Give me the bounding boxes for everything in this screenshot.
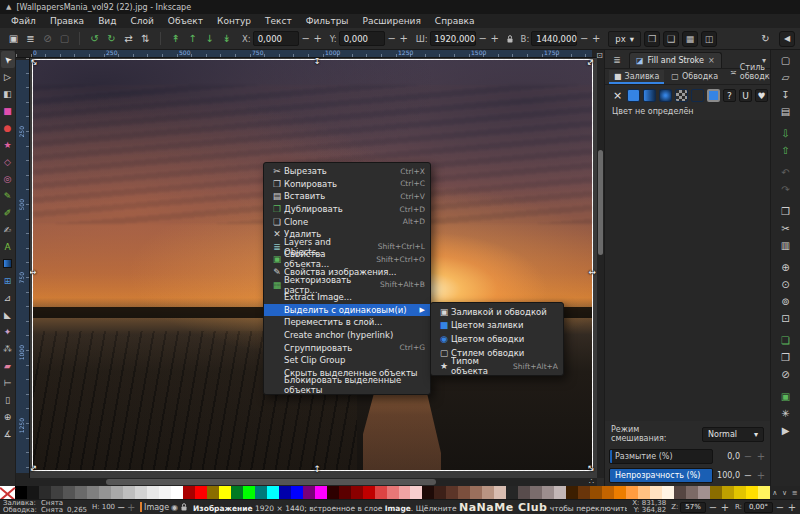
paint-swatch-button[interactable] <box>707 89 720 102</box>
paint-flat-button[interactable] <box>627 89 640 102</box>
color-swatch[interactable] <box>399 486 411 499</box>
menu-extensions[interactable]: Расширения <box>355 14 427 28</box>
transform-corners-toggle[interactable]: ❑ <box>663 31 679 47</box>
color-swatch[interactable] <box>219 486 231 499</box>
commands-overflow-button[interactable]: ▶ <box>777 422 795 439</box>
transform-pattern-toggle[interactable]: ◫ <box>701 31 717 47</box>
color-swatch[interactable] <box>99 486 111 499</box>
menu-object[interactable]: Объект <box>161 14 210 28</box>
color-swatch[interactable] <box>291 486 303 499</box>
flip-horizontal-button[interactable]: ⇄ <box>120 30 137 47</box>
shape-builder-tool[interactable]: ◧ <box>1 85 15 102</box>
rotation-decrement-button[interactable]: − <box>775 502 785 513</box>
redo-button[interactable]: ↷ <box>777 181 795 198</box>
color-swatch[interactable] <box>542 486 554 499</box>
context-item-extract-image[interactable]: Extract Image... <box>264 291 430 304</box>
selection-handle-n[interactable]: ↕ <box>314 58 322 66</box>
color-management-icon[interactable]: ∴ <box>589 477 594 486</box>
context-item-lock-selected[interactable]: Блокировать выделенные объекты <box>264 379 430 392</box>
box-3d-tool[interactable]: ◇ <box>1 153 15 170</box>
menu-view[interactable]: Вид <box>91 14 123 28</box>
color-swatch[interactable] <box>111 486 123 499</box>
import-button[interactable]: ⇩ <box>777 125 795 142</box>
paint-mesh-button[interactable] <box>691 89 704 102</box>
rectangle-tool[interactable]: ■ <box>1 102 15 119</box>
color-swatch[interactable] <box>434 486 446 499</box>
zoom-drawing-button[interactable]: ⊙ <box>777 276 795 293</box>
context-item-select-same[interactable]: Выделить с одинаковым(и)▶ <box>264 304 430 317</box>
color-swatch[interactable] <box>363 486 375 499</box>
color-swatch[interactable] <box>15 486 27 499</box>
color-swatch[interactable] <box>171 486 183 499</box>
context-item-clone[interactable]: ❏CloneAlt+D <box>264 215 430 228</box>
color-swatch[interactable] <box>351 486 363 499</box>
lock-ratio-toggle[interactable] <box>506 35 514 43</box>
x-decrement-button[interactable]: − <box>301 33 311 44</box>
color-swatch[interactable] <box>446 486 458 499</box>
submenu-item-stroke-color[interactable]: ◉Цветом обводки <box>431 332 563 346</box>
color-swatch[interactable] <box>183 486 195 499</box>
context-item-copy[interactable]: ❐КопироватьCtrl+C <box>264 178 430 191</box>
color-swatch[interactable] <box>722 486 734 499</box>
save-button[interactable]: ↧ <box>777 86 795 103</box>
color-swatch[interactable] <box>566 486 578 499</box>
color-swatch[interactable] <box>662 486 674 499</box>
color-swatch[interactable] <box>554 486 566 499</box>
y-input[interactable]: 0,000 <box>339 31 385 46</box>
height-increment-button[interactable]: + <box>591 33 601 44</box>
close-icon[interactable]: × <box>708 56 715 65</box>
eraser-tool[interactable]: ▰ <box>1 357 15 374</box>
toolbar-collapse-button[interactable]: ◀ <box>779 31 795 47</box>
color-swatch[interactable] <box>710 486 722 499</box>
color-swatch[interactable] <box>458 486 470 499</box>
zoom-page-button[interactable]: ⊚ <box>777 293 795 310</box>
paint-pattern-button[interactable] <box>675 89 688 102</box>
context-item-cut[interactable]: ✂ВырезатьCtrl+X <box>264 165 430 178</box>
menu-help[interactable]: Справка <box>428 14 482 28</box>
menu-path[interactable]: Контур <box>210 14 258 28</box>
color-swatch[interactable] <box>387 486 399 499</box>
zoom-increment-button[interactable]: + <box>720 502 730 513</box>
color-swatch[interactable] <box>686 486 698 499</box>
color-swatch[interactable] <box>638 486 650 499</box>
flip-vertical-button[interactable]: ⇅ <box>137 30 154 47</box>
opacity-sb-decrement-button[interactable]: − <box>117 502 125 513</box>
color-swatch[interactable] <box>39 486 51 499</box>
color-swatch[interactable] <box>530 486 542 499</box>
raise-to-top-button[interactable]: ↟ <box>167 30 184 47</box>
color-swatch[interactable] <box>267 486 279 499</box>
color-swatch[interactable] <box>147 486 159 499</box>
vertical-scrollbar-thumb[interactable] <box>598 150 603 255</box>
zoom-tool[interactable]: ⊕ <box>1 408 15 425</box>
context-item-set-clip-group[interactable]: Set Clip Group <box>264 354 430 367</box>
zoom-selection-button[interactable]: ⊕ <box>777 259 795 276</box>
paint-unknown-button[interactable]: ? <box>723 89 736 102</box>
color-swatch[interactable] <box>734 486 746 499</box>
duplicate-button[interactable]: ❏ <box>777 332 795 349</box>
refresh-icon[interactable]: ↻ <box>757 30 774 47</box>
submenu-item-fill-color[interactable]: ■Цветом заливки <box>431 319 563 333</box>
node-tool[interactable]: ▷ <box>1 68 15 85</box>
copy-button[interactable]: ❐ <box>777 203 795 220</box>
spray-tool[interactable]: ⁂ <box>1 340 15 357</box>
paint-swatch-fill-button[interactable]: ♥ <box>755 89 768 102</box>
snap-toggle-button[interactable]: ✳ <box>777 405 795 422</box>
submenu-item-object-type[interactable]: ★Типом объектаShift+Alt+A <box>431 359 563 373</box>
zoom-input[interactable]: 57% <box>680 502 706 513</box>
color-swatch[interactable] <box>470 486 482 499</box>
color-swatch[interactable] <box>303 486 315 499</box>
color-swatch[interactable] <box>698 486 710 499</box>
context-item-create-anchor[interactable]: Create anchor (hyperlink) <box>264 329 430 342</box>
opacity-slider[interactable]: Непрозрачность (%) <box>609 468 713 483</box>
raise-button[interactable]: ↑ <box>184 30 201 47</box>
zoom-fit-button[interactable]: ⊡ <box>777 310 795 327</box>
fill-stroke-dialog-tab[interactable]: ◪ Fill and Stroke × <box>629 52 722 68</box>
zoom-decrement-button[interactable]: − <box>708 502 718 513</box>
export-button[interactable]: ⇧ <box>777 142 795 159</box>
color-swatch[interactable] <box>339 486 351 499</box>
context-item-object-properties[interactable]: ▣Свойства объекта...Shift+Ctrl+O <box>264 253 430 266</box>
selection-handle-e[interactable]: ↔ <box>588 268 596 277</box>
color-swatch[interactable] <box>602 486 614 499</box>
open-document-button[interactable]: ▱ <box>777 69 795 86</box>
deselect-button[interactable]: ⊘ <box>39 30 56 47</box>
